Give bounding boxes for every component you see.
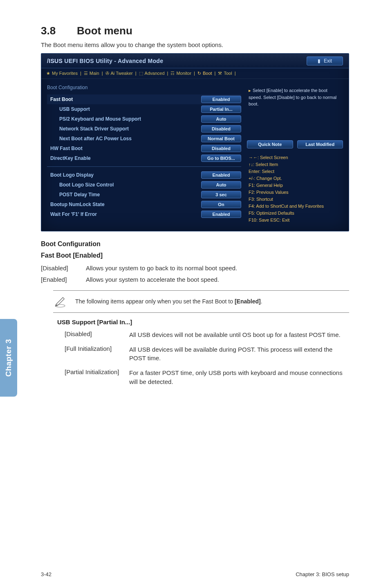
chapter-label: Chapter 3: BIOS setup — [296, 571, 349, 577]
bios-titlebar: /ISUS UEFI BIOS Utility - Advanced Mode … — [41, 54, 349, 68]
key-hint: F10: Save ESC: Exit — [249, 217, 341, 224]
bios-section-label: Boot Configuration — [47, 85, 241, 90]
bullet-icon: ▸ — [249, 88, 251, 93]
row-fast-boot[interactable]: Fast Boot Enabled — [47, 94, 241, 104]
row-label: Wait For 'F1' If Error — [47, 211, 97, 217]
chapter-side-tab-text: Chapter 3 — [4, 339, 13, 377]
row-value[interactable]: Disabled — [201, 145, 241, 152]
tab-ai-tweaker[interactable]: Ai Tweaker — [105, 71, 133, 76]
help-text: Select [Enable] to accelerate the boot s… — [249, 88, 336, 106]
row-label: PS/2 Keyboard and Mouse Support — [56, 116, 141, 122]
page-footer: 3-42 Chapter 3: BIOS setup — [0, 571, 390, 577]
key-hint: F2: Previous Values — [249, 189, 341, 196]
row-wait-f1[interactable]: Wait For 'F1' If Error Enabled — [47, 209, 241, 219]
row-boot-logo-size[interactable]: Boot Logo Size Control Auto — [47, 180, 241, 190]
tab-advanced[interactable]: Advanced — [139, 71, 165, 76]
row-directkey[interactable]: DirectKey Enable Go to BIOS... — [47, 153, 241, 163]
row-label: Fast Boot — [47, 97, 73, 102]
row-label: USB Support — [56, 106, 90, 112]
last-modified-button[interactable]: Last Modified — [297, 140, 343, 148]
row-label: Network Stack Driver Support — [56, 126, 129, 132]
row-value[interactable]: Auto — [201, 181, 241, 189]
def-key-disabled: [Disabled] — [41, 263, 86, 273]
key-hint: F4: Add to ShortCut and My Favorites — [249, 203, 341, 210]
quick-note-button[interactable]: Quick Note — [247, 140, 293, 148]
usb-support-definitions: [Disabled] All USB devices will not be a… — [65, 330, 349, 386]
subsection-boot-config: Boot Configuration — [41, 240, 349, 248]
tab-favorites[interactable]: My Favorites — [46, 71, 78, 76]
note-text: The following items appear only when you… — [75, 298, 262, 305]
def-val-enabled: Allows your system to accelerate the boo… — [86, 275, 219, 285]
row-label: HW Fast Boot — [47, 146, 83, 151]
bios-tab-bar: My Favorites | Main | Ai Tweaker | Advan… — [41, 68, 349, 79]
row-value[interactable]: Enabled — [201, 96, 241, 103]
usb-def-key-partial: [Partial Initialization] — [65, 368, 125, 386]
def-val-disabled: Allows your system to go back to its nor… — [86, 263, 237, 273]
bios-title: /ISUS UEFI BIOS Utility - Advanced Mode — [47, 58, 163, 64]
usb-def-key-full: [Full Initialization] — [65, 345, 125, 363]
usb-support-heading: USB Support [Partial In...] — [57, 319, 349, 325]
row-hw-fast-boot[interactable]: HW Fast Boot Disabled — [47, 144, 241, 153]
divider — [47, 166, 241, 167]
exit-icon: ▮ — [318, 58, 321, 64]
tab-main[interactable]: Main — [84, 71, 99, 76]
row-value[interactable]: Enabled — [201, 211, 241, 218]
row-label: POST Delay Time — [56, 192, 100, 197]
pencil-icon — [53, 294, 67, 309]
bios-settings-panel: Boot Configuration Fast Boot Enabled USB… — [47, 85, 241, 225]
row-label: DirectKey Enable — [47, 155, 91, 161]
key-hint: →←: Select Screen — [249, 154, 341, 161]
exit-label: Exit — [324, 58, 332, 64]
bios-help-text: ▸Select [Enable] to accelerate the boot … — [247, 85, 343, 116]
fast-boot-definitions: [Disabled] Allows your system to go back… — [41, 263, 349, 285]
bios-help-panel: ▸Select [Enable] to accelerate the boot … — [247, 85, 343, 225]
usb-def-val-full: All USB devices will be available during… — [129, 345, 349, 363]
key-hint: ↑↓: Select Item — [249, 161, 341, 168]
row-value[interactable]: Enabled — [201, 171, 241, 179]
bios-key-legend: →←: Select Screen ↑↓: Select Item Enter:… — [247, 153, 343, 225]
bios-title-text: UEFI BIOS Utility - Advanced Mode — [64, 58, 163, 64]
row-usb-support[interactable]: USB Support Partial In... — [47, 104, 241, 114]
row-boot-logo[interactable]: Boot Logo Display Enabled — [47, 170, 241, 180]
section-title-text: Boot menu — [77, 25, 132, 37]
section-number: 3.8 — [41, 25, 77, 37]
tab-monitor[interactable]: Monitor — [170, 71, 191, 76]
row-value[interactable]: On — [201, 201, 241, 208]
tab-boot[interactable]: Boot — [197, 71, 212, 76]
usb-def-val-partial: For a faster POST time, only USB ports w… — [129, 368, 349, 386]
exit-button[interactable]: ▮ Exit — [307, 56, 343, 65]
row-label: Boot Logo Size Control — [56, 182, 114, 188]
row-ps2[interactable]: PS/2 Keyboard and Mouse Support Auto — [47, 114, 241, 124]
row-network-stack[interactable]: Network Stack Driver Support Disabled — [47, 124, 241, 134]
section-heading: 3.8Boot menu — [41, 25, 349, 37]
key-hint: F3: Shortcut — [249, 196, 341, 203]
row-post-delay[interactable]: POST Delay Time 3 sec — [47, 190, 241, 200]
note-callout: The following items appear only when you… — [53, 290, 349, 313]
bios-brand: /ISUS — [47, 58, 63, 64]
row-numlock[interactable]: Bootup NumLock State On — [47, 200, 241, 209]
row-value[interactable]: Partial In... — [201, 105, 241, 113]
row-label: Boot Logo Display — [47, 172, 94, 178]
row-value[interactable]: Normal Boot — [201, 135, 241, 142]
section-description: The Boot menu items allow you to change … — [41, 41, 349, 48]
usb-def-key-disabled: [Disabled] — [65, 330, 125, 339]
tab-tool[interactable]: Tool — [218, 71, 232, 76]
def-key-enabled: [Enabled] — [41, 275, 86, 285]
row-value[interactable]: Disabled — [201, 125, 241, 132]
key-hint: Enter: Select — [249, 168, 341, 175]
chapter-side-tab: Chapter 3 — [0, 319, 17, 397]
subsection-fast-boot: Fast Boot [Enabled] — [41, 252, 349, 259]
bios-screenshot: /ISUS UEFI BIOS Utility - Advanced Mode … — [41, 53, 349, 231]
row-value[interactable]: 3 sec — [201, 191, 241, 198]
usb-def-val-disabled: All USB devices will not be available un… — [129, 330, 349, 339]
row-label: Next Boot after AC Power Loss — [56, 136, 132, 141]
key-hint: F1: General Help — [249, 182, 341, 189]
row-next-boot[interactable]: Next Boot after AC Power Loss Normal Boo… — [47, 134, 241, 144]
page-number: 3-42 — [41, 571, 52, 577]
row-label: Bootup NumLock State — [47, 202, 105, 207]
key-hint: F5: Optimized Defaults — [249, 210, 341, 217]
key-hint: +/-: Change Opt. — [249, 175, 341, 182]
row-value[interactable]: Go to BIOS... — [201, 155, 241, 162]
row-value[interactable]: Auto — [201, 115, 241, 123]
